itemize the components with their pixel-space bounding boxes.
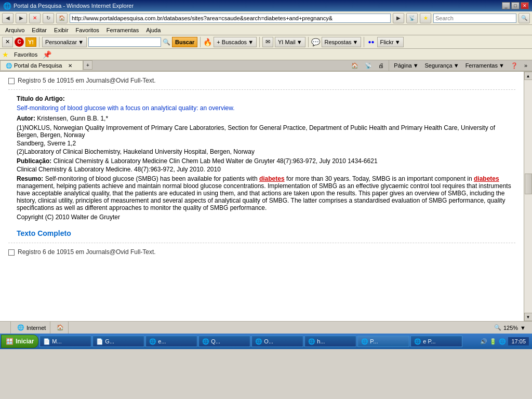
taskbar-label-p: P... [370,338,378,344]
refresh-button[interactable]: ↻ [43,13,54,23]
record-checkbox-6[interactable] [8,249,15,256]
scroll-up-button[interactable]: ▲ [524,72,533,80]
menu-favoritos[interactable]: Favoritos [73,26,102,34]
taskbar-label-ep: e P... [423,338,435,344]
pagina-button[interactable]: Página ▼ [391,60,421,71]
taskbar-icon-p: 🌐 [361,338,368,345]
buscados-dropdown: ▼ [248,39,254,45]
yimail-dropdown: ▼ [297,39,302,45]
menu-ajuda[interactable]: Ajuda [143,26,164,34]
tray-icon-1: 🔊 [480,338,487,345]
texto-completo-row: Texto Completo [17,223,515,237]
favoritos-button[interactable]: Favoritos [11,50,41,59]
taskbar-item-q[interactable]: 🌐 Q... [198,336,250,347]
texto-completo-link[interactable]: Texto Completo [17,229,71,237]
status-zoom: 🔍 125% ▼ [490,322,530,334]
record-6: Registro 6 de 10915 em Journals@Ovid Ful… [8,248,515,256]
resumo-text2: for more than 30 years. Today, SMBG is a… [285,175,474,182]
print-ie-button[interactable]: 🖨 [376,60,387,71]
buscados-button[interactable]: + Buscados ▼ [214,37,257,47]
address-go-button[interactable]: ▶ [393,13,404,23]
taskbar-label-m: M... [52,338,61,344]
toolbar-yahoo-btn[interactable]: Y! [25,37,36,47]
taskbar-item-p[interactable]: 🌐 P... [357,336,409,347]
zoom-icon: 🔍 [494,324,501,331]
affiliation1: (1)NOKLUS, Norwegian Quality Improvement… [17,124,515,139]
toolbar-personalizar[interactable]: Personalizar ▼ [42,37,87,47]
internet-icon: 🌐 [17,324,24,331]
favorites-star-button[interactable]: ★ [420,13,431,23]
feeds-button[interactable]: 📡 [406,13,418,23]
menu-arquivo[interactable]: Arquivo [2,26,28,34]
publicacao-row: Publicação: Clinical Chemistry & Laborat… [17,157,515,165]
live-search-input[interactable] [433,14,516,23]
record-header-6: Registro 6 de 10915 em Journals@Ovid Ful… [8,248,515,256]
pagina-dropdown: ▼ [413,62,419,69]
menu-editar[interactable]: Editar [29,26,50,34]
maximize-button[interactable]: □ [511,2,520,9]
article-title-link[interactable]: Self-monitoring of blood glucose with a … [17,104,235,112]
scroll-thumb[interactable] [525,174,532,194]
taskbar-icon-g: 📄 [96,338,103,345]
search-go-button[interactable]: 🔍 [518,13,530,23]
affiliation2: Sandberg, Sverre 1,2 [17,140,515,147]
flickr-button[interactable]: Flickr ▼ [377,37,404,47]
flickr-dots: ●● [367,39,375,45]
taskbar-item-o[interactable]: 🌐 O... [251,336,303,347]
minimize-button[interactable]: _ [502,2,510,9]
clock: 17:05 [508,337,529,345]
respostas-button[interactable]: Respostas ▼ [322,37,362,47]
address-input[interactable] [70,14,391,23]
help-ie-button[interactable]: ❓ [508,60,521,71]
dropdown-icon: ▼ [78,39,84,45]
fav-pin-icon: 📌 [43,50,51,59]
scroll-down-button[interactable]: ▼ [524,313,533,321]
window-title: Portal da Pesquisa - Windows Internet Ex… [14,3,134,9]
taskbar-item-ep[interactable]: 🌐 e P... [410,336,462,347]
tray-icon-3: 🌐 [499,338,506,345]
main-area: Registro 5 de 10915 em Journals@Ovid Ful… [0,72,532,321]
scroll-track[interactable] [524,80,533,313]
toolbar-close-btn[interactable]: ✕ [2,37,13,47]
search-icon-btn[interactable]: 🔍 [163,38,170,46]
seguranca-button[interactable]: Segurança ▼ [422,60,462,71]
content-area: Registro 5 de 10915 em Journals@Ovid Ful… [0,72,524,321]
resumo-text1: Self-monitoring of blood glucose (SMBG) … [45,175,259,182]
stop-button[interactable]: ✕ [29,13,41,23]
close-button[interactable]: ✕ [521,2,529,9]
portal-tab[interactable]: 🌐 Portal da Pesquisa ✕ [0,60,83,70]
new-tab-button[interactable]: + [83,60,92,70]
copyright-text: Copyright (C) 2010 Walter de Gruyter [17,214,515,221]
buscar-button[interactable]: Buscar [172,37,197,47]
start-button[interactable]: 🪟 Iniciar [1,335,38,348]
window-controls[interactable]: _ □ ✕ [502,2,529,9]
taskbar-item-g[interactable]: 📄 G... [92,336,144,347]
tab-row: 🌐 Portal da Pesquisa ✕ + 🏠 📡 🖨 Página ▼ … [0,60,532,72]
home-button[interactable]: 🏠 [56,13,68,23]
menu-ferramentas[interactable]: Ferramentas [103,26,142,34]
scrollbar[interactable]: ▲ ▼ [524,72,532,321]
ie-logo: 🌐 [3,2,11,10]
tab-label: Portal da Pesquisa [14,62,62,69]
taskbar-item-e[interactable]: 🌐 e... [145,336,197,347]
fire-icon: 🔥 [203,38,212,46]
record-checkbox-5[interactable] [8,78,15,84]
ferramentas-ie-button[interactable]: Ferramentas ▼ [463,60,507,71]
titulo-label: Título do Artigo: [17,95,65,102]
taskbar-item-h[interactable]: 🌐 h... [304,336,356,347]
menu-exibir[interactable]: Exibir [51,26,72,34]
home-ie-button[interactable]: 🏠 [349,60,361,71]
tab-close-icon[interactable]: ✕ [68,63,72,69]
author-text: Kristensen, Gunn B.B. 1,* [37,115,108,122]
yimail-button[interactable]: YI Mail ▼ [275,37,305,47]
toolbar-search-input[interactable] [88,37,161,47]
publication-text: Clinical Chemistry & Laboratory Medicine… [54,157,378,165]
forward-button[interactable]: ▶ [16,13,27,23]
expand-ie-button[interactable]: » [522,60,530,71]
taskbar: 🪟 Iniciar 📄 M... 📄 G... 🌐 e... 🌐 Q... 🌐 … [0,334,532,349]
keyword1: diabetes [259,175,285,182]
feeds-ie-button[interactable]: 📡 [362,60,375,71]
taskbar-label-e: e... [158,338,166,344]
back-button[interactable]: ◀ [2,13,14,23]
taskbar-item-m[interactable]: 📄 M... [39,336,91,347]
